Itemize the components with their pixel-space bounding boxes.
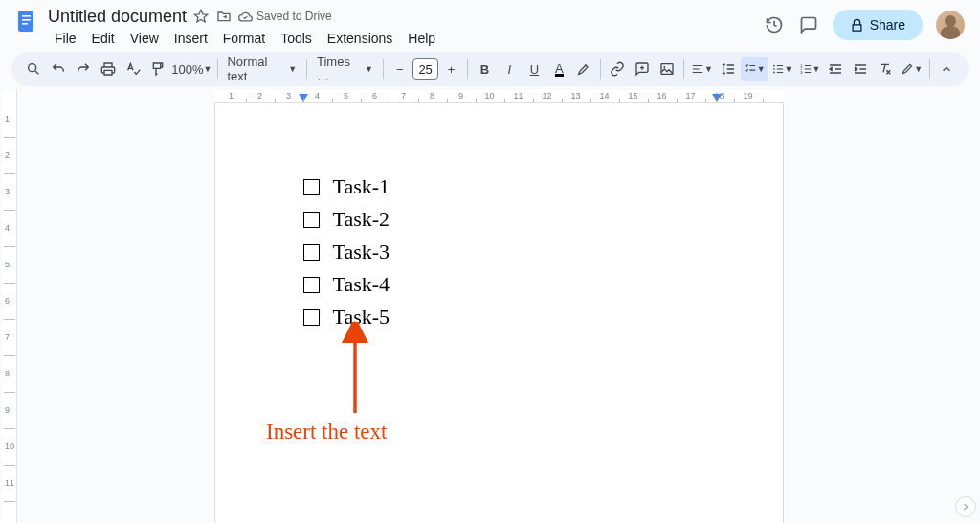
vertical-ruler[interactable]: 1234567891011 [2, 90, 17, 523]
font-size-input[interactable]: 25 [412, 58, 439, 80]
toolbar: 100%▼ Normal text▼ Times …▼ − 25 + B I U… [11, 52, 969, 86]
clear-formatting-button[interactable] [873, 57, 898, 81]
checkbox-icon[interactable] [303, 212, 320, 228]
checklist-item[interactable]: Task-3 [282, 236, 716, 268]
menu-file[interactable]: File [48, 29, 83, 48]
undo-icon[interactable] [46, 57, 71, 81]
explore-button[interactable] [955, 496, 976, 517]
checklist-item[interactable]: Task-1 [282, 171, 716, 203]
insert-image-button[interactable] [655, 57, 679, 81]
zoom-value: 100% [171, 62, 203, 77]
checkbox-icon[interactable] [303, 179, 320, 195]
document-title[interactable]: Untitled document [48, 7, 187, 27]
checklist-button[interactable]: ▼ [741, 57, 768, 81]
checklist-item[interactable]: Task-4 [282, 268, 716, 301]
task-text[interactable]: Task-4 [333, 268, 390, 301]
checkbox-icon[interactable] [303, 277, 320, 293]
redo-icon[interactable] [71, 57, 96, 81]
task-text[interactable]: Task-1 [333, 171, 390, 203]
save-status-text: Saved to Drive [256, 10, 332, 23]
increase-indent-button[interactable] [848, 57, 873, 81]
editing-mode-button[interactable]: ▼ [898, 57, 925, 81]
svg-rect-0 [18, 11, 33, 32]
paragraph-style-select[interactable]: Normal text▼ [221, 57, 302, 81]
italic-button[interactable]: I [497, 57, 522, 81]
menu-edit[interactable]: Edit [85, 29, 122, 48]
svg-rect-3 [22, 23, 28, 25]
header-right: Share [764, 6, 970, 40]
svg-point-9 [773, 72, 775, 74]
font-family-select[interactable]: Times …▼ [311, 57, 379, 81]
share-label: Share [870, 17, 905, 33]
search-menus-icon[interactable] [21, 57, 46, 81]
menu-tools[interactable]: Tools [274, 29, 319, 48]
font-value: Times … [317, 55, 361, 83]
text-color-button[interactable]: A [546, 57, 571, 81]
line-spacing-button[interactable] [716, 57, 741, 81]
menu-help[interactable]: Help [401, 29, 442, 48]
style-value: Normal text [227, 55, 284, 83]
svg-point-4 [29, 64, 36, 72]
increase-font-size-button[interactable]: + [438, 57, 463, 81]
document-content[interactable]: Task-1 Task-2 Task-3 Task-4 Task-5 [215, 103, 783, 400]
checklist-item[interactable]: Task-2 [282, 203, 716, 236]
align-button[interactable]: ▼ [688, 57, 716, 81]
docs-logo[interactable] [13, 8, 40, 34]
title-block: Untitled document Saved to Drive File Ed… [48, 6, 764, 48]
add-comment-button[interactable] [630, 57, 655, 81]
checkbox-icon[interactable] [303, 309, 320, 326]
print-icon[interactable] [96, 57, 121, 81]
bold-button[interactable]: B [472, 57, 497, 81]
svg-point-7 [773, 65, 775, 67]
checkbox-icon[interactable] [303, 244, 320, 261]
menu-insert[interactable]: Insert [167, 29, 214, 48]
task-text[interactable]: Task-3 [333, 236, 390, 268]
app-header: Untitled document Saved to Drive File Ed… [0, 0, 980, 50]
paint-format-icon[interactable] [145, 57, 170, 81]
horizontal-ruler[interactable]: 12345678910111213141516171819 [214, 90, 784, 103]
underline-button[interactable]: U [522, 57, 546, 81]
save-status[interactable]: Saved to Drive [238, 10, 332, 24]
task-text[interactable]: Task-2 [333, 203, 390, 236]
numbered-list-button[interactable]: 123▼ [796, 57, 824, 81]
menu-format[interactable]: Format [216, 29, 272, 48]
svg-point-6 [664, 66, 666, 68]
menu-extensions[interactable]: Extensions [321, 29, 399, 48]
menu-bar: File Edit View Insert Format Tools Exten… [48, 29, 764, 48]
bulleted-list-button[interactable]: ▼ [768, 57, 796, 81]
work-area: 1234567891011 12345678910111213141516171… [0, 90, 980, 523]
document-scroll[interactable]: 12345678910111213141516171819 Task-1 Tas… [17, 90, 980, 523]
task-text[interactable]: Task-5 [333, 301, 390, 333]
svg-point-8 [773, 68, 775, 70]
decrease-indent-button[interactable] [823, 57, 848, 81]
svg-rect-2 [22, 19, 31, 21]
star-icon[interactable] [192, 8, 210, 25]
menu-view[interactable]: View [123, 29, 166, 48]
zoom-select[interactable]: 100%▼ [170, 57, 213, 81]
comment-icon[interactable] [798, 14, 819, 35]
account-avatar[interactable] [936, 11, 965, 39]
insert-link-button[interactable] [605, 57, 630, 81]
document-page[interactable]: Task-1 Task-2 Task-3 Task-4 Task-5 [214, 103, 784, 523]
svg-text:3: 3 [800, 70, 803, 75]
move-icon[interactable] [215, 8, 233, 25]
spellcheck-icon[interactable] [121, 57, 145, 81]
share-button[interactable]: Share [833, 10, 923, 40]
history-icon[interactable] [764, 14, 785, 35]
decrease-font-size-button[interactable]: − [388, 57, 412, 81]
checklist-item[interactable]: Task-5 [282, 301, 716, 333]
highlight-color-button[interactable] [571, 57, 596, 81]
hide-menus-button[interactable] [934, 57, 959, 81]
svg-rect-1 [22, 15, 31, 17]
